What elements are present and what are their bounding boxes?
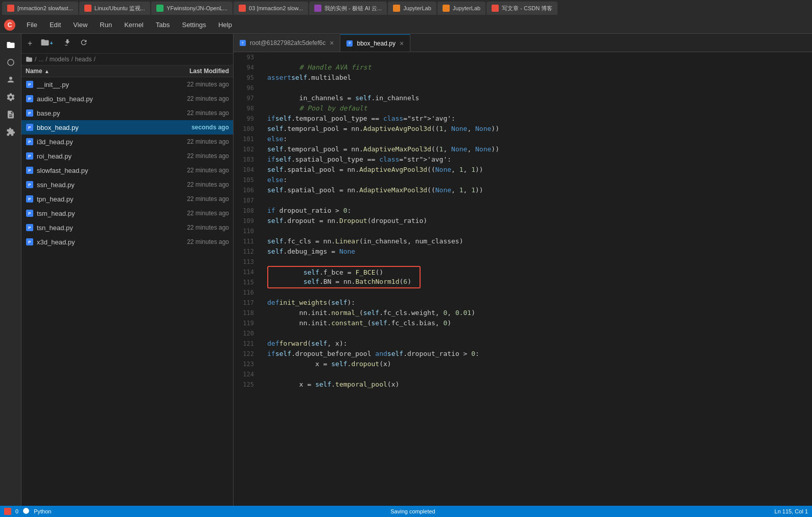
menu-help[interactable]: Help [213,19,237,31]
file-item-5[interactable]: P roi_head.py 22 minutes ago [21,149,233,163]
line-number-122: 122 [234,349,254,359]
file-modified-5: 22 minutes ago [163,152,229,160]
file-modified-7: 22 minutes ago [163,181,229,188]
code-line-104: self.spatial_pool = nn.AdaptiveAvgPool3d… [267,165,804,175]
line-number-108: 108 [234,206,254,216]
status-language[interactable]: Python [34,508,51,514]
sidebar-icon-puzzle[interactable] [4,125,18,139]
menu-tabs[interactable]: Tabs [151,19,175,31]
breadcrumb-separator-1: / [35,56,36,63]
file-item-1[interactable]: P audio_tsn_head.py 22 minutes ago [21,92,233,106]
sidebar-icon-gear[interactable] [4,90,18,104]
browser-tab-3[interactable]: 03 [mmaction2 slow... [234,2,308,15]
code-line-95: assert self.multilabel [267,73,804,83]
line-number-121: 121 [234,339,254,349]
code-line-96 [267,83,804,93]
menu-view[interactable]: View [68,19,92,31]
file-modified-4: 22 minutes ago [163,138,229,145]
line-number-119: 119 [234,318,254,328]
browser-tab-7[interactable]: 写文章 - CSDN 博客 [486,2,558,15]
file-item-11[interactable]: P x3d_head.py 22 minutes ago [21,235,233,249]
file-icon-1: P [26,95,34,103]
upload-button[interactable] [61,37,74,50]
menu-file[interactable]: File [21,19,42,31]
code-line-108: if dropout_ratio > 0: [267,206,804,216]
column-name-header[interactable]: Name ▲ [26,68,163,75]
file-icon-8: P [26,195,34,203]
browser-tab-2[interactable]: YFwinstony/JN-OpenL... [151,2,233,15]
line-number-123: 123 [234,359,254,369]
code-line-103: if self.spatial_pool_type == class="str"… [267,154,804,165]
editor-tab-bbox-label: bbox_head.py [357,40,395,47]
menu-edit[interactable]: Edit [44,19,66,31]
new-folder-button[interactable]: + [38,37,57,50]
file-icon-11: P [26,238,34,246]
breadcrumb-heads[interactable]: heads [75,56,92,63]
app-logo: C [4,19,15,31]
code-line-117: def init_weights(self): [267,298,804,308]
menu-kernel[interactable]: Kernel [119,19,149,31]
sidebar-icon-file[interactable] [4,107,18,122]
tab-favicon-1 [84,5,91,12]
new-file-button[interactable]: + [26,38,34,49]
code-line-106: self.spatial_pool = nn.AdaptiveMaxPool3d… [267,185,804,195]
browser-tab-0[interactable]: [mmaction2 slowfast... [2,2,78,15]
menu-run[interactable]: Run [95,19,117,31]
browser-tab-label-1: Linux/Ubuntu 监视... [95,5,145,12]
sidebar-icon-users[interactable] [4,73,18,87]
editor-tabs: T root@61827982afc5defef6c × P bbox_head… [234,34,812,52]
code-line-94: # Handle AVA first [267,62,804,73]
file-modified-0: 22 minutes ago [163,81,229,88]
file-item-2[interactable]: P base.py 22 minutes ago [21,106,233,120]
file-item-4[interactable]: P i3d_head.py 22 minutes ago [21,134,233,149]
tab-favicon-2 [156,5,164,12]
code-line-113 [267,257,804,267]
code-content: # Handle AVA first assert self.multilabe… [259,52,812,506]
editor-tab-terminal[interactable]: T root@61827982afc5defef6c × [234,34,340,52]
main-layout: + + / ... / models / heads / Name [0,34,812,506]
status-zero: 0 [15,508,18,514]
code-line-119: nn.init.constant_(self.fc_cls.bias, 0) [267,318,804,328]
line-number-115: 115 [234,277,254,287]
browser-tabs-bar: [mmaction2 slowfast... Linux/Ubuntu 监视..… [0,0,812,16]
file-item-10[interactable]: P tsn_head.py 22 minutes ago [21,220,233,235]
tab-favicon-3 [239,5,246,12]
menu-settings[interactable]: Settings [177,19,211,31]
file-icon-9: P [26,209,34,217]
editor-area: T root@61827982afc5defef6c × P bbox_head… [234,34,812,506]
file-item-0[interactable]: P __init__.py 22 minutes ago [21,77,233,92]
breadcrumb: / ... / models / heads / [21,54,233,65]
browser-tab-4[interactable]: 我的实例 - 极链 AI 云... [309,2,387,15]
file-item-3[interactable]: P bbox_head.py seconds ago [21,120,233,134]
sidebar-icon-folder[interactable] [4,38,18,52]
editor-tab-terminal-close[interactable]: × [330,39,334,47]
code-editor[interactable]: 9394959697989910010110210310410510610710… [234,52,812,506]
file-item-9[interactable]: P tsm_head.py 22 minutes ago [21,206,233,220]
file-item-8[interactable]: P tpn_head.py 22 minutes ago [21,192,233,206]
file-modified-3: seconds ago [163,124,229,131]
line-number-124: 124 [234,369,254,379]
breadcrumb-models[interactable]: models [50,56,69,63]
breadcrumb-ellipsis[interactable]: ... [38,56,43,63]
line-number-114: 114 [234,267,254,277]
status-bar: 0 Python Saving completed Ln 115, Col 1 [0,506,812,517]
browser-tab-label-7: 写文章 - CSDN 博客 [502,5,552,12]
file-item-7[interactable]: P ssn_head.py 22 minutes ago [21,177,233,192]
sidebar-icon-circle[interactable] [4,55,18,70]
browser-tab-1[interactable]: Linux/Ubuntu 监视... [79,2,150,15]
file-name-1: audio_tsn_head.py [37,95,163,103]
file-item-6[interactable]: P slowfast_head.py 22 minutes ago [21,163,233,177]
menu-bar: C File Edit View Run Kernel Tabs Setting… [0,16,812,34]
line-number-109: 109 [234,216,254,226]
file-name-9: tsm_head.py [37,210,163,217]
terminal-tab-icon: T [240,40,246,46]
code-line-125: x = self.temporal_pool(x) [267,379,804,390]
browser-tab-5[interactable]: JupyterLab [388,2,436,15]
editor-tab-bbox-close[interactable]: × [400,39,404,48]
line-number-118: 118 [234,308,254,318]
code-line-118: nn.init.normal_(self.fc_cls.weight, 0, 0… [267,308,804,318]
editor-tab-bbox[interactable]: P bbox_head.py × [340,34,410,52]
refresh-button[interactable] [78,37,90,50]
file-panel-toolbar: + + [21,34,233,54]
browser-tab-6[interactable]: JupyterLab [437,2,485,15]
